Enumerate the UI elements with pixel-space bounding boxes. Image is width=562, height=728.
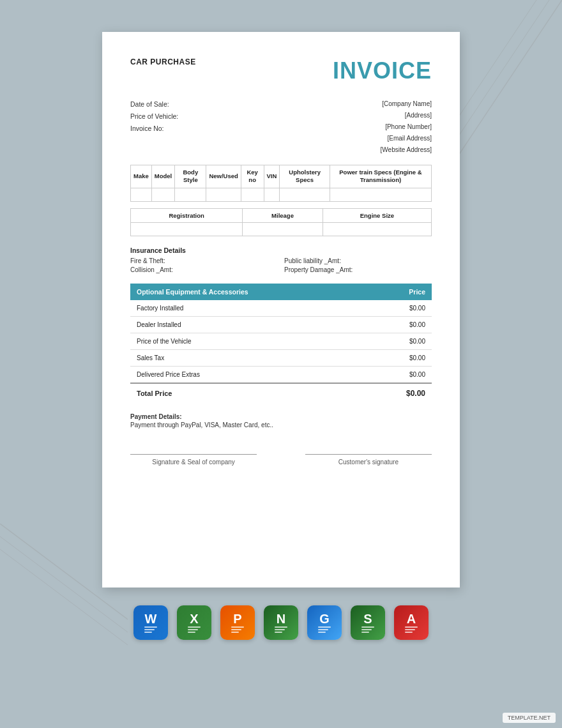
vehicle-table: Make Model Body Style New/Used Key no VI… [130, 165, 432, 202]
opt-row-price: $0.00 [370, 316, 432, 333]
invoice-no-label: Invoice No: [130, 123, 178, 135]
opt-table-row: Dealer Installed$0.00 [130, 316, 432, 333]
opt-row-price: $0.00 [370, 300, 432, 317]
opt-table-row: Price of the Vehicle$0.00 [130, 333, 432, 349]
vehicle-table-header-row: Make Model Body Style New/Used Key no VI… [131, 165, 432, 188]
col-mileage: Mileage [243, 208, 323, 222]
excel-icon[interactable]: X [177, 605, 211, 640]
opt-table-row: Sales Tax$0.00 [130, 349, 432, 366]
vehicle-data-row [131, 188, 432, 201]
opt-table-row: Delivered Price Extras$0.00 [130, 366, 432, 383]
col-new-used: New/Used [206, 165, 241, 188]
company-name: [Company Name] [381, 98, 432, 110]
collision-label: Collision _Amt: [130, 266, 278, 273]
property-damage-label: Property Damage _Amt: [284, 266, 432, 273]
registration-cell [131, 222, 243, 236]
col-registration: Registration [131, 208, 243, 222]
payment-title: Payment Details: [130, 413, 432, 420]
insurance-grid: Fire & Theft: Public liability _Amt: Col… [130, 257, 432, 273]
make-cell [131, 188, 152, 201]
secondary-header-row: Registration Mileage Engine Size [131, 208, 432, 222]
payment-description: Payment through PayPal, VISA, Master Car… [130, 421, 432, 428]
word-icon[interactable]: W [133, 605, 168, 640]
key-no-cell [241, 188, 264, 201]
opt-row-label: Sales Tax [130, 349, 370, 366]
new-used-cell [206, 188, 241, 201]
date-label: Date of Sale: [130, 98, 178, 110]
email: [Email Address] [381, 133, 432, 144]
website: [Website Address] [381, 144, 432, 156]
price-label: Price of Vehicle: [130, 110, 178, 123]
opt-row-label: Dealer Installed [130, 316, 370, 333]
model-cell [151, 188, 174, 201]
address: [Address] [381, 110, 432, 121]
opt-row-label: Delivered Price Extras [130, 366, 370, 383]
doc-type-label: CAR PURCHASE [130, 57, 196, 66]
total-label: Total Price [130, 383, 370, 403]
opt-header-price: Price [370, 284, 432, 300]
opt-row-price: $0.00 [370, 366, 432, 383]
col-model: Model [151, 165, 174, 188]
company-signature: Signature & Seal of company [130, 454, 257, 466]
upholstery-cell [280, 188, 330, 201]
template-net-badge: TEMPLATE.NET [503, 713, 556, 723]
opt-row-price: $0.00 [370, 333, 432, 349]
info-row: Date of Sale: Price of Vehicle: Invoice … [130, 98, 432, 156]
total-row: Total Price $0.00 [130, 383, 432, 403]
optional-equipment-table: Optional Equipment & Accessories Price F… [130, 284, 432, 403]
col-key-no: Key no [241, 165, 264, 188]
opt-header-row: Optional Equipment & Accessories Price [130, 284, 432, 300]
secondary-table: Registration Mileage Engine Size [130, 208, 432, 236]
opt-row-label: Factory Installed [130, 300, 370, 317]
total-price: $0.00 [370, 383, 432, 403]
col-body-style: Body Style [175, 165, 206, 188]
sheets-icon[interactable]: S [351, 605, 385, 640]
powertrain-cell [330, 188, 431, 201]
fire-theft-label: Fire & Theft: [130, 257, 278, 264]
phone: [Phone Number] [381, 121, 432, 133]
secondary-data-row [131, 222, 432, 236]
col-vin: VIN [264, 165, 280, 188]
body-style-cell [175, 188, 206, 201]
doc-header: CAR PURCHASE INVOICE [130, 57, 432, 84]
app-icon-bar: W X P N [133, 605, 429, 640]
info-right: [Company Name] [Address] [Phone Number] … [381, 98, 432, 156]
mileage-cell [243, 222, 323, 236]
invoice-document: CAR PURCHASE INVOICE Date of Sale: Price… [102, 32, 460, 588]
insurance-section: Insurance Details Fire & Theft: Public l… [130, 246, 432, 273]
invoice-title: INVOICE [333, 57, 432, 84]
col-engine-size: Engine Size [323, 208, 431, 222]
col-upholstery: Upholstery Specs [280, 165, 330, 188]
numbers-icon[interactable]: N [264, 605, 298, 640]
opt-row-price: $0.00 [370, 349, 432, 366]
insurance-title: Insurance Details [130, 246, 432, 254]
public-liability-label: Public liability _Amt: [284, 257, 432, 264]
opt-header-label: Optional Equipment & Accessories [130, 284, 370, 300]
col-make: Make [131, 165, 152, 188]
docs-icon[interactable]: G [307, 605, 342, 640]
opt-row-label: Price of the Vehicle [130, 333, 370, 349]
payment-section: Payment Details: Payment through PayPal,… [130, 413, 432, 428]
vin-cell [264, 188, 280, 201]
col-powertrain: Power train Specs (Engine & Transmission… [330, 165, 431, 188]
acrobat-icon[interactable]: A [394, 605, 429, 640]
customer-signature: Customer's signature [305, 454, 432, 466]
signature-row: Signature & Seal of company Customer's s… [130, 444, 432, 466]
engine-size-cell [323, 222, 431, 236]
info-left: Date of Sale: Price of Vehicle: Invoice … [130, 98, 178, 156]
pages-icon[interactable]: P [220, 605, 255, 640]
opt-table-row: Factory Installed$0.00 [130, 300, 432, 317]
